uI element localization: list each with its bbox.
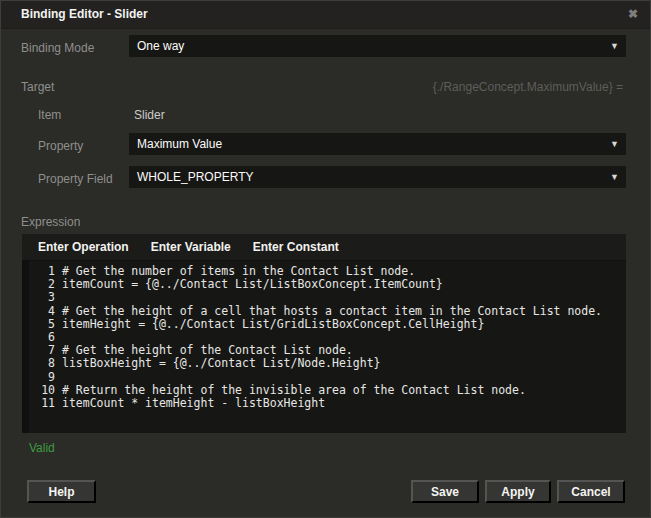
line-number: 5 bbox=[22, 318, 62, 331]
item-value: Slider bbox=[134, 108, 165, 122]
binding-mode-dropdown[interactable]: One way ▼ bbox=[129, 35, 626, 57]
chevron-down-icon: ▼ bbox=[610, 42, 619, 51]
property-label: Property bbox=[38, 139, 83, 153]
line-number: 11 bbox=[22, 397, 62, 410]
expression-section-label: Expression bbox=[21, 215, 80, 229]
validation-status: Valid bbox=[29, 441, 55, 455]
save-button[interactable]: Save bbox=[411, 480, 479, 503]
line-number: 4 bbox=[22, 305, 62, 318]
binding-mode-label: Binding Mode bbox=[21, 41, 94, 55]
line-number: 10 bbox=[22, 384, 62, 397]
property-field-label: Property Field bbox=[38, 172, 113, 186]
enter-constant-button[interactable]: Enter Constant bbox=[242, 235, 350, 259]
property-field-value: WHOLE_PROPERTY bbox=[137, 170, 253, 184]
enter-variable-button[interactable]: Enter Variable bbox=[140, 235, 242, 259]
cancel-button[interactable]: Cancel bbox=[557, 480, 625, 503]
line-number: 7 bbox=[22, 344, 62, 357]
line-number: 6 bbox=[22, 331, 62, 344]
line-text: itemCount = {@../Contact List/ListBoxCon… bbox=[62, 278, 443, 291]
line-number: 8 bbox=[22, 357, 62, 370]
dialog-title: Binding Editor - Slider bbox=[21, 7, 148, 21]
line-text: itemHeight = {@../Contact List/GridListB… bbox=[62, 318, 484, 331]
expression-toolbar: Enter Operation Enter Variable Enter Con… bbox=[22, 234, 626, 260]
code-line: 3 bbox=[22, 291, 626, 304]
line-number: 1 bbox=[22, 265, 62, 278]
target-expression-preview: {./RangeConcept.MaximumValue} = bbox=[433, 80, 623, 94]
expression-code-editor[interactable]: 1 # Get the number of items in the Conta… bbox=[22, 260, 626, 433]
line-number: 9 bbox=[22, 371, 62, 384]
binding-mode-value: One way bbox=[137, 39, 184, 53]
property-field-dropdown[interactable]: WHOLE_PROPERTY ▼ bbox=[129, 166, 626, 188]
code-line: 9 bbox=[22, 371, 626, 384]
help-button[interactable]: Help bbox=[27, 480, 96, 503]
title-bar: Binding Editor - Slider ✖ bbox=[1, 1, 650, 29]
line-text: # Get the height of a cell that hosts a … bbox=[62, 305, 602, 318]
expression-panel: Enter Operation Enter Variable Enter Con… bbox=[22, 234, 626, 433]
line-text: itemCount * itemHeight - listBoxHeight bbox=[62, 397, 325, 410]
target-section-label: Target bbox=[21, 80, 54, 94]
binding-editor-dialog: Binding Editor - Slider ✖ Binding Mode O… bbox=[0, 0, 651, 518]
chevron-down-icon: ▼ bbox=[610, 173, 619, 182]
item-label: Item bbox=[38, 108, 61, 122]
code-line: 4 # Get the height of a cell that hosts … bbox=[22, 305, 626, 318]
property-dropdown[interactable]: Maximum Value ▼ bbox=[129, 133, 626, 155]
line-text: listBoxHeight = {@../Contact List/Node.H… bbox=[62, 357, 381, 370]
line-number: 2 bbox=[22, 278, 62, 291]
chevron-down-icon: ▼ bbox=[610, 140, 619, 149]
enter-operation-button[interactable]: Enter Operation bbox=[27, 235, 140, 259]
apply-button[interactable]: Apply bbox=[485, 480, 551, 503]
code-line: 11 itemCount * itemHeight - listBoxHeigh… bbox=[22, 397, 626, 410]
code-line: 10 # Return the height of the invisible … bbox=[22, 384, 626, 397]
close-icon[interactable]: ✖ bbox=[625, 6, 641, 22]
property-value: Maximum Value bbox=[137, 137, 222, 151]
code-line: 2 itemCount = {@../Contact List/ListBoxC… bbox=[22, 278, 626, 291]
code-line: 8 listBoxHeight = {@../Contact List/Node… bbox=[22, 357, 626, 370]
code-line: 5 itemHeight = {@../Contact List/GridLis… bbox=[22, 318, 626, 331]
line-text: # Return the height of the invisible are… bbox=[62, 384, 526, 397]
line-number: 3 bbox=[22, 291, 62, 304]
